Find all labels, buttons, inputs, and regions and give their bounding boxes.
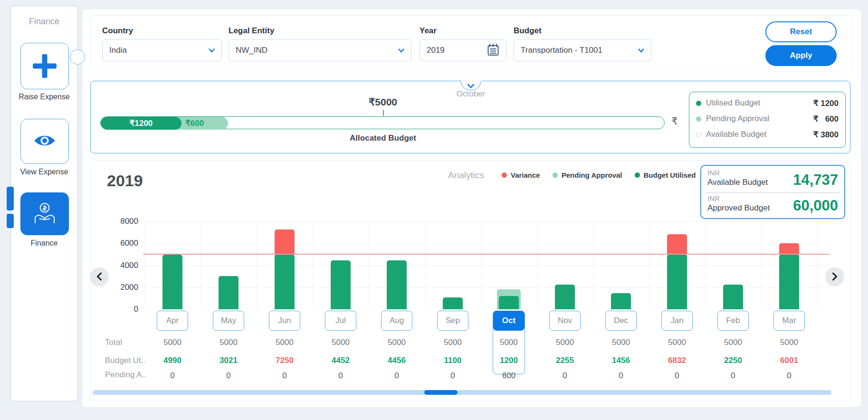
y-tick-label: 6000 bbox=[100, 239, 138, 248]
gridline-v bbox=[817, 221, 818, 309]
bar-budget-utilised[interactable] bbox=[387, 260, 407, 309]
chevron-down-icon bbox=[209, 46, 215, 55]
cell-pending-approval: 0 bbox=[144, 371, 200, 381]
bar-budget-utilised[interactable] bbox=[331, 260, 351, 309]
y-tick-label: 4000 bbox=[100, 261, 138, 270]
available-budget-row: INR Available Budget 14,737 bbox=[707, 169, 838, 194]
bar-budget-utilised[interactable] bbox=[219, 276, 238, 309]
month-chip-may[interactable]: May bbox=[213, 311, 244, 331]
raise-expense-button[interactable] bbox=[20, 43, 69, 89]
legend-label: Pending Approval bbox=[706, 114, 769, 124]
raise-expense-label: Raise Expense bbox=[6, 93, 82, 101]
finance-button[interactable] bbox=[20, 192, 69, 235]
cell-budget-utilised: 1100 bbox=[425, 356, 481, 365]
bar-budget-utilised[interactable] bbox=[275, 254, 295, 309]
threshold-line bbox=[143, 254, 830, 255]
cell-pending-approval: 0 bbox=[313, 371, 369, 381]
legend-label: Variance bbox=[511, 171, 540, 179]
month-chip-feb[interactable]: Feb bbox=[717, 311, 749, 331]
cell-pending-approval: 0 bbox=[537, 371, 593, 381]
bar-budget-utilised[interactable] bbox=[723, 285, 743, 309]
chevron-down-icon bbox=[638, 46, 644, 55]
legend-label: Budget Utilised bbox=[644, 171, 696, 179]
legal-entity-value: NW_IND bbox=[236, 46, 267, 55]
chart-year-title: 2019 bbox=[107, 172, 143, 190]
legend-budget-utilised: Budget Utilised bbox=[635, 171, 696, 179]
analytics-label: Analytics bbox=[448, 170, 484, 181]
eye-icon bbox=[34, 133, 56, 150]
apply-button[interactable]: Apply bbox=[765, 45, 837, 66]
month-chip-nov[interactable]: Nov bbox=[549, 311, 581, 331]
year-value: 2019 bbox=[427, 46, 445, 55]
gridline-v bbox=[481, 221, 481, 309]
cell-pending-approval: 0 bbox=[200, 371, 257, 381]
month-chip-oct[interactable]: Oct bbox=[493, 311, 525, 331]
allocated-marker-value: ₹5000 bbox=[319, 96, 447, 108]
sidebar-title: Finance bbox=[11, 17, 77, 27]
bar-budget-utilised[interactable] bbox=[555, 285, 575, 309]
scroll-left-button[interactable] bbox=[90, 267, 108, 286]
sidebar-collapse-handle[interactable] bbox=[70, 49, 85, 65]
pending-segment-label: ₹600 bbox=[185, 118, 204, 128]
analytics-chart-card: 2019 Analytics Variance Pending Approval… bbox=[90, 161, 851, 401]
gridline-v bbox=[313, 221, 313, 309]
month-chip-apr[interactable]: Apr bbox=[157, 311, 188, 331]
legal-entity-select[interactable]: NW_IND bbox=[229, 39, 411, 61]
sidebar: Finance Raise Expense View Expense Finan… bbox=[10, 6, 78, 401]
bar-budget-utilised[interactable] bbox=[499, 296, 519, 309]
cell-total: 5000 bbox=[649, 338, 705, 347]
month-chip-aug[interactable]: Aug bbox=[381, 311, 412, 331]
cell-total: 5000 bbox=[705, 338, 761, 347]
row-label-pending-approval: Pending A.. bbox=[105, 370, 146, 380]
month-chip-mar[interactable]: Mar bbox=[773, 311, 805, 331]
cell-budget-utilised: 3021 bbox=[200, 356, 257, 365]
month-chip-jul[interactable]: Jul bbox=[325, 311, 356, 331]
cell-pending-approval: 0 bbox=[369, 371, 425, 381]
budget-legend: Utilised Budget ₹ 1200 Pending Approval … bbox=[689, 92, 846, 148]
cell-budget-utilised: 4456 bbox=[369, 356, 425, 365]
month-chip-jan[interactable]: Jan bbox=[661, 311, 693, 331]
cell-budget-utilised: 2250 bbox=[705, 356, 761, 365]
year-field[interactable]: 2019 bbox=[420, 39, 506, 61]
month-chip-jun[interactable]: Jun bbox=[269, 311, 300, 331]
bar-budget-utilised[interactable] bbox=[162, 255, 182, 309]
finance-label: Finance bbox=[6, 239, 82, 248]
legend-row-utilised: Utilised Budget ₹ 1200 bbox=[696, 98, 839, 108]
horizontal-scrollbar-track[interactable] bbox=[93, 390, 831, 395]
bar-budget-utilised[interactable] bbox=[611, 293, 631, 309]
gridline-h bbox=[143, 243, 830, 244]
legend-value: ₹ 600 bbox=[813, 114, 839, 124]
y-tick-label: 8000 bbox=[100, 217, 138, 226]
budget-summary-box: INR Available Budget 14,737 INR Approved… bbox=[700, 165, 845, 219]
bar-variance[interactable] bbox=[275, 229, 295, 254]
bar-variance[interactable] bbox=[667, 234, 687, 254]
cell-budget-utilised: 4452 bbox=[313, 356, 369, 365]
chevron-right-icon bbox=[831, 272, 838, 281]
utilised-dot-icon bbox=[635, 172, 640, 178]
year-label: Year bbox=[420, 26, 437, 36]
month-chip-sep[interactable]: Sep bbox=[437, 311, 468, 331]
cell-total: 5000 bbox=[257, 338, 313, 347]
cell-pending-approval: 600 bbox=[481, 371, 537, 381]
legend-value: ₹ 3800 bbox=[813, 130, 839, 140]
cell-budget-utilised: 6832 bbox=[649, 356, 705, 365]
budget-select[interactable]: Transportation - T1001 bbox=[514, 39, 651, 61]
calendar-icon bbox=[487, 42, 499, 59]
legend-row-available: Available Budget ₹ 3800 bbox=[696, 130, 839, 139]
cell-total: 5000 bbox=[200, 338, 257, 347]
reset-button[interactable]: Reset bbox=[765, 21, 837, 42]
bar-budget-utilised[interactable] bbox=[779, 254, 799, 309]
gridline-h bbox=[143, 266, 830, 266]
horizontal-scrollbar-thumb[interactable] bbox=[424, 390, 458, 395]
finance-dashboard: { "sidebar": { "title": "Finance", "item… bbox=[0, 0, 868, 420]
active-tab-fragment bbox=[7, 187, 14, 210]
month-chip-dec[interactable]: Dec bbox=[605, 311, 637, 331]
country-select[interactable]: India bbox=[102, 39, 222, 61]
bar-budget-utilised[interactable] bbox=[443, 297, 463, 309]
view-expense-button[interactable] bbox=[20, 119, 69, 164]
bar-budget-utilised[interactable] bbox=[667, 254, 687, 309]
gridline-v bbox=[200, 221, 201, 309]
bar-variance[interactable] bbox=[779, 243, 799, 254]
budget-label: Budget bbox=[514, 26, 542, 36]
scroll-right-button[interactable] bbox=[826, 267, 844, 286]
